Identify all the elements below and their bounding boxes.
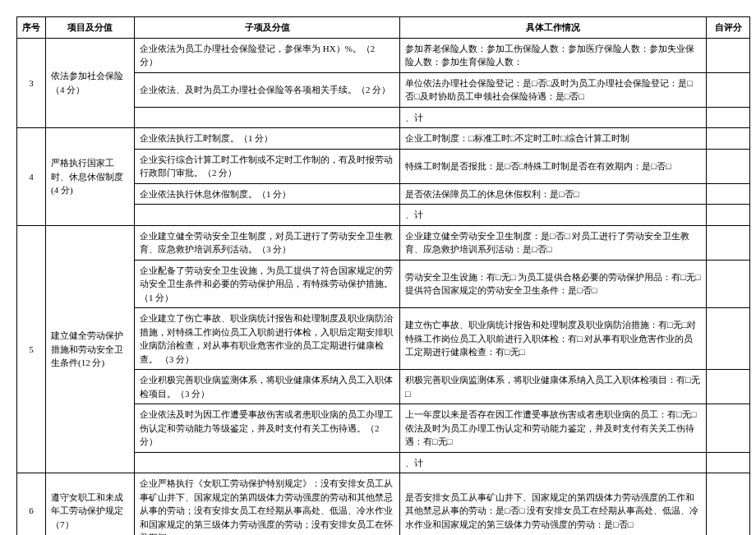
row-no: 5 <box>17 225 46 473</box>
header-item: 项目及分值 <box>46 17 135 39</box>
row-work: 劳动安全卫生设施：有□无□ 为员工提供合格必要的劳动保护用品：有□无□提供符合国… <box>400 260 707 308</box>
row-work: 、计 <box>400 452 707 473</box>
row-score <box>707 107 750 128</box>
row-score <box>707 473 750 536</box>
row-item: 严格执行国家工时、休息休假制度(4 分) <box>46 128 135 226</box>
row-sub: 企业实行综合计算工时工作制或不定时工作制的，有及时报劳动行政部门审批。（2 分） <box>135 149 400 183</box>
row-sub: 企业建立了伤亡事故、职业病统计报告和处理制度及职业病防治措施，对特殊工作岗位员工… <box>135 308 400 370</box>
row-work: 积极完善职业病监测体系，将职业健康体系纳入员工入职体检项目：有□无□ <box>400 370 707 404</box>
header-work: 具体工作情况 <box>400 17 707 39</box>
row-sub: 企业依法为员工办理社会保险登记，参保率为 HX）%。（2 分） <box>135 38 400 72</box>
row-item: 建立健全劳动保护措施和劳动安全卫生条件(12 分) <box>46 225 135 473</box>
row-no: 6 <box>17 473 46 536</box>
row-work: 是否安排女员工从事矿山井下、国家规定的第四级体力劳动强度的工作和其他禁忌从事的劳… <box>400 473 707 536</box>
row-score <box>707 38 750 72</box>
row-work: 企业建立健全劳动安全卫生制度：是□否□ 对员工进行了劳动安全卫生教育、应急救护培… <box>400 225 707 260</box>
row-work: 、计 <box>400 107 707 128</box>
row-score <box>707 183 750 205</box>
row-sub: 企业依法、及时为员工办理社会保险等各项相关手续。（2 分） <box>135 72 400 107</box>
row-sub: 企业配备了劳动安全卫生设施，为员工提供了符合国家规定的劳动安全卫生条件和必要的劳… <box>135 260 400 308</box>
table-row: 5 建立健全劳动保护措施和劳动安全卫生条件(12 分) 企业建立健全劳动安全卫生… <box>17 225 750 260</box>
row-item: 依法参加社会保险（4 分） <box>46 38 135 128</box>
row-score <box>707 205 750 226</box>
row-work: 参加养老保险人数：参加工伤保险人数：参加医疗保险人数：参加失业保险人数：参加生育… <box>400 38 707 72</box>
row-sub <box>135 107 400 128</box>
assessment-table: 序号 项目及分值 子项及分值 具体工作情况 自评分 3 依法参加社会保险（4 分… <box>16 16 750 535</box>
row-score <box>707 370 750 404</box>
row-work: 企业工时制度：□标准工时□不定时工时□综合计算工时制 <box>400 128 707 150</box>
row-sub: 企业依法执行工时制度。（1 分） <box>135 128 400 150</box>
row-score <box>707 72 750 107</box>
row-sub: 企业建立健全劳动安全卫生制度，对员工进行了劳动安全卫生教育、应急救护培训系列活动… <box>135 225 400 260</box>
row-work: 上一年度以来是否存在因工作遭受事故伤害或者患职业病的员工：有□无□ 依法及时为员… <box>400 404 707 453</box>
header-no: 序号 <box>17 17 46 39</box>
row-sub: 企业积极完善职业病监测体系，将职业健康体系纳入员工入职体检项目。（3 分） <box>135 370 400 404</box>
row-score <box>707 225 750 260</box>
row-work: 、计 <box>400 205 707 226</box>
row-score <box>707 404 750 453</box>
row-score <box>707 260 750 308</box>
row-sub <box>135 205 400 226</box>
table-row: 4 严格执行国家工时、休息休假制度(4 分) 企业依法执行工时制度。（1 分） … <box>17 128 750 150</box>
row-score <box>707 128 750 150</box>
row-sub: 企业依法执行休息休假制度。（1 分） <box>135 183 400 205</box>
table-row: 6 遵守女职工和未成年工劳动保护规定（7） 企业严格执行《女职工劳动保护特别规定… <box>17 473 750 536</box>
row-work: 建立伤亡事故、职业病统计报告和处理制度及职业病防治措施：有□无□对特殊工作岗位员… <box>400 308 707 370</box>
row-score <box>707 308 750 370</box>
table-row: 3 依法参加社会保险（4 分） 企业依法为员工办理社会保险登记，参保率为 HX）… <box>17 38 750 72</box>
row-score <box>707 149 750 183</box>
row-work: 特殊工时制是否报批：是□否□特殊工时制是否在有效期内：是□否□ <box>400 149 707 183</box>
row-sub: 企业依法及时为因工作遭受事故伤害或者患职业病的员工办理工伤认定和劳动能力等级鉴定… <box>135 404 400 453</box>
row-no: 3 <box>17 38 46 128</box>
row-work: 是否依法保障员工的休息休假权利：是□否□ <box>400 183 707 205</box>
row-score <box>707 452 750 473</box>
row-work: 单位依法办理社会保险登记：是□否□及时为员工办理社会保险登记：是□否□及时协助员… <box>400 72 707 107</box>
row-sub <box>135 452 400 473</box>
row-no: 4 <box>17 128 46 226</box>
row-sub: 企业严格执行《女职工劳动保护特别规定》：没有安排女员工从事矿山井下、国家规定的第… <box>135 473 400 536</box>
header-score: 自评分 <box>707 17 750 39</box>
header-row: 序号 项目及分值 子项及分值 具体工作情况 自评分 <box>17 17 750 39</box>
row-item: 遵守女职工和未成年工劳动保护规定（7） <box>46 473 135 536</box>
header-sub: 子项及分值 <box>135 17 400 39</box>
